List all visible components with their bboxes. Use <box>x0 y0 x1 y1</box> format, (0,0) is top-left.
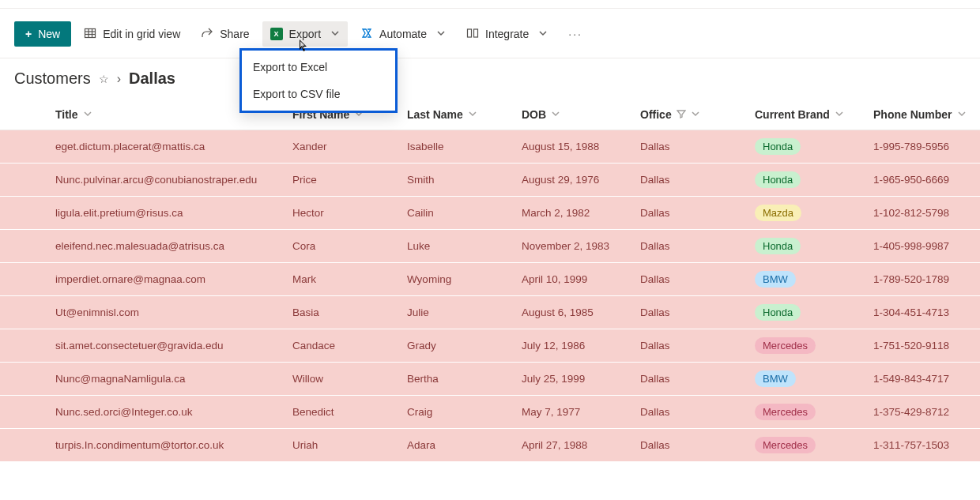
flow-icon <box>360 27 373 42</box>
chevron-down-icon <box>468 108 477 121</box>
svg-rect-6 <box>474 29 478 37</box>
more-button[interactable]: ··· <box>560 21 590 47</box>
chevron-down-icon <box>957 108 967 121</box>
cell-last-name: Julie <box>407 306 522 318</box>
cell-first-name: Mark <box>292 273 407 285</box>
cell-brand: Mercedes <box>755 404 873 420</box>
toolbar: + New Edit in grid view Share X Export A… <box>0 9 980 58</box>
cell-office: Dallas <box>640 439 755 451</box>
cell-title: Ut@enimnisl.com <box>55 306 292 318</box>
column-header-last-name[interactable]: Last Name <box>407 108 522 121</box>
chevron-down-icon <box>83 108 92 121</box>
cell-dob: August 15, 1988 <box>522 141 640 152</box>
table-row[interactable]: eget.dictum.placerat@mattis.caXanderIsab… <box>0 130 980 164</box>
cell-office: Dallas <box>640 406 755 418</box>
export-to-csv-item[interactable]: Export to CSV file <box>242 81 395 107</box>
breadcrumb-separator-icon: › <box>117 72 121 86</box>
cell-phone: 1-102-812-5798 <box>873 207 980 219</box>
cell-brand: Mercedes <box>755 337 873 354</box>
breadcrumb-leaf: Dallas <box>129 70 175 88</box>
cell-last-name: Craig <box>407 406 522 418</box>
table-row[interactable]: ligula.elit.pretium@risus.caHectorCailin… <box>0 197 980 230</box>
table-row[interactable]: turpis.In.condimentum@tortor.co.ukUriahA… <box>0 429 980 462</box>
cell-first-name: Xander <box>292 141 407 152</box>
grid-header-row: Title First Name Last Name DOB Office Cu… <box>0 99 980 130</box>
cell-first-name: Cora <box>292 240 407 252</box>
brand-pill: Mercedes <box>755 337 816 354</box>
table-row[interactable]: Nunc.pulvinar.arcu@conubianostraper.eduP… <box>0 164 980 197</box>
cell-first-name: Willow <box>292 373 407 385</box>
column-header-label: Title <box>55 108 78 121</box>
edit-in-grid-button[interactable]: Edit in grid view <box>76 21 188 47</box>
chevron-down-icon <box>551 108 560 121</box>
brand-pill: Mazda <box>755 205 801 221</box>
table-row[interactable]: Ut@enimnisl.comBasiaJulieAugust 6, 1985D… <box>0 296 980 329</box>
favorite-star-icon[interactable]: ☆ <box>99 73 109 85</box>
table-row[interactable]: Nunc.sed.orci@Integer.co.ukBenedictCraig… <box>0 396 980 429</box>
cell-title: imperdiet.ornare@magnaa.com <box>55 273 292 285</box>
cell-dob: July 25, 1999 <box>522 373 640 385</box>
column-header-current-brand[interactable]: Current Brand <box>755 108 873 121</box>
cell-first-name: Hector <box>292 207 407 219</box>
table-row[interactable]: sit.amet.consectetuer@gravida.eduCandace… <box>0 329 980 363</box>
cell-phone: 1-751-520-9118 <box>873 340 980 352</box>
cell-first-name: Candace <box>292 340 407 352</box>
breadcrumb-root[interactable]: Customers <box>14 70 91 88</box>
cell-first-name: Basia <box>292 306 407 318</box>
table-row[interactable]: eleifend.nec.malesuada@atrisus.caCoraLuk… <box>0 230 980 263</box>
chevron-down-icon <box>835 108 844 121</box>
cell-office: Dallas <box>640 240 755 252</box>
cell-office: Dallas <box>640 174 755 186</box>
brand-pill: Honda <box>755 238 801 254</box>
export-button[interactable]: X Export <box>262 21 348 47</box>
automate-button[interactable]: Automate <box>352 21 454 47</box>
column-header-office[interactable]: Office <box>640 108 755 121</box>
cell-dob: March 2, 1982 <box>522 207 640 219</box>
cell-last-name: Cailin <box>407 207 522 219</box>
column-header-label: Phone Number <box>873 108 952 121</box>
export-to-excel-item[interactable]: Export to Excel <box>242 54 395 81</box>
column-header-dob[interactable]: DOB <box>522 108 640 121</box>
table-row[interactable]: imperdiet.ornare@magnaa.comMarkWyomingAp… <box>0 263 980 296</box>
brand-pill: Honda <box>755 171 801 188</box>
cell-last-name: Smith <box>407 174 522 186</box>
share-button[interactable]: Share <box>193 21 257 47</box>
cell-phone: 1-549-843-4717 <box>873 373 980 385</box>
cell-last-name: Isabelle <box>407 141 522 152</box>
integrate-button[interactable]: Integrate <box>458 21 556 47</box>
chevron-down-icon <box>691 108 700 121</box>
new-button[interactable]: + New <box>14 21 71 47</box>
filter-icon <box>677 108 686 121</box>
svg-rect-0 <box>85 28 96 37</box>
cell-phone: 1-311-757-1503 <box>873 439 980 451</box>
plus-icon: + <box>25 28 32 40</box>
cell-title: eget.dictum.placerat@mattis.ca <box>55 141 292 152</box>
cell-first-name: Benedict <box>292 406 407 418</box>
cell-office: Dallas <box>640 273 755 285</box>
cell-last-name: Luke <box>407 240 522 252</box>
automate-label: Automate <box>379 28 427 40</box>
cell-dob: April 10, 1999 <box>522 273 640 285</box>
cell-last-name: Grady <box>407 340 522 352</box>
cell-dob: July 12, 1986 <box>522 340 640 352</box>
cell-brand: BMW <box>755 370 873 387</box>
cell-last-name: Wyoming <box>407 273 522 285</box>
cell-brand: BMW <box>755 271 873 288</box>
excel-icon: X <box>270 28 283 40</box>
column-header-label: Current Brand <box>755 108 830 121</box>
cell-title: sit.amet.consectetuer@gravida.edu <box>55 340 292 352</box>
cell-office: Dallas <box>640 141 755 152</box>
cell-dob: May 7, 1977 <box>522 406 640 418</box>
svg-rect-5 <box>468 29 472 37</box>
cell-dob: November 2, 1983 <box>522 240 640 252</box>
column-header-label: Last Name <box>407 108 463 121</box>
new-button-label: New <box>38 28 60 40</box>
cell-office: Dallas <box>640 306 755 318</box>
integrate-icon <box>466 27 479 42</box>
cell-phone: 1-789-520-1789 <box>873 273 980 285</box>
brand-pill: BMW <box>755 370 796 387</box>
table-row[interactable]: Nunc@magnaNamligula.caWillowBerthaJuly 2… <box>0 363 980 396</box>
brand-pill: Honda <box>755 304 801 321</box>
cell-brand: Honda <box>755 304 873 321</box>
column-header-phone[interactable]: Phone Number <box>873 108 980 121</box>
